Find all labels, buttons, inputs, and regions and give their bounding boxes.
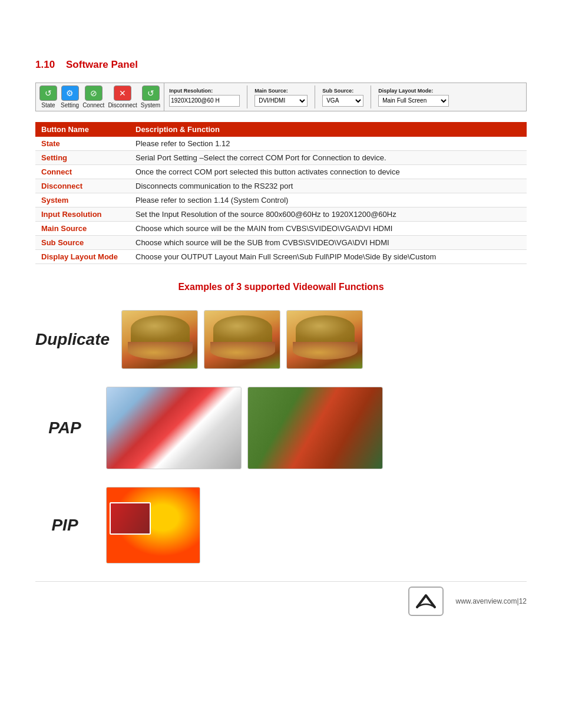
row-desc: Once the correct COM port selected this …	[130, 165, 527, 179]
row-desc: Choose which source will be the SUB from…	[130, 236, 527, 250]
disconnect-icon: ✕	[114, 85, 131, 101]
row-desc: Choose your OUTPUT Layout Main Full Scre…	[130, 250, 527, 264]
row-name: Main Source	[35, 222, 130, 236]
duplicate-image-1	[121, 310, 198, 369]
state-button[interactable]: ↺ State	[39, 85, 57, 108]
duplicate-images	[121, 310, 363, 369]
row-desc: Disconnects communication to the RS232 p…	[130, 179, 527, 193]
row-desc: Serial Port Setting –Select the correct …	[130, 151, 527, 165]
row-desc: Please refer to Section 1.12	[130, 137, 527, 151]
pip-image	[106, 487, 200, 564]
system-label: System	[141, 102, 160, 108]
section-title: Software Panel	[66, 59, 138, 70]
row-name: Disconnect	[35, 179, 130, 193]
toolbar-fields: Input Resolution: Main Source: DVI/HDMI …	[164, 83, 454, 111]
info-table: Button Name Description & Function State…	[35, 122, 527, 264]
state-label: State	[41, 102, 55, 108]
sub-source-select[interactable]: VGA CVBS SVIDEO DVI/HDMI	[322, 95, 363, 107]
section-number: 1.10	[35, 59, 55, 70]
duplicate-image-2	[204, 310, 280, 369]
display-layout-select[interactable]: Main Full Screen Sub Full PIP Mode Side …	[378, 95, 449, 107]
col1-header: Button Name	[35, 122, 130, 137]
row-desc: Set the Input Resolution of the source 8…	[130, 207, 527, 222]
system-icon: ↺	[142, 85, 160, 101]
connect-label: Connect	[82, 102, 104, 108]
connect-icon: ⊘	[85, 85, 103, 101]
row-name: State	[35, 137, 130, 151]
display-layout-label: Display Layout Mode:	[378, 88, 449, 94]
duplicate-example: Duplicate	[35, 310, 527, 369]
duplicate-image-3	[286, 310, 363, 369]
input-resolution-input[interactable]	[169, 95, 240, 107]
table-row: Main Source Choose which source will be …	[35, 222, 527, 236]
footer-text: www.avenview.com|12	[455, 597, 527, 605]
main-source-label: Main Source:	[254, 88, 308, 94]
setting-icon: ⚙	[61, 85, 79, 101]
row-name: Connect	[35, 165, 130, 179]
col2-header: Description & Function	[130, 122, 527, 137]
pip-example: PIP	[35, 487, 527, 564]
pap-images	[106, 387, 383, 469]
pap-label: PAP	[35, 419, 94, 437]
setting-label: Setting	[61, 102, 79, 108]
row-name: Input Resolution	[35, 207, 130, 222]
row-name: Setting	[35, 151, 130, 165]
duplicate-label: Duplicate	[35, 330, 110, 349]
footer: www.avenview.com|12	[35, 581, 527, 616]
table-row: System Please refer to section 1.14 (Sys…	[35, 193, 527, 207]
row-desc: Please refer to section 1.14 (System Con…	[130, 193, 527, 207]
row-name: Sub Source	[35, 236, 130, 250]
main-source-select[interactable]: DVI/HDMI CVBS SVIDEO VGA	[254, 95, 308, 107]
row-name: System	[35, 193, 130, 207]
toolbar-buttons-group: ↺ State ⚙ Setting ⊘ Connect ✕ Disconnect…	[36, 83, 164, 111]
main-source-field: Main Source: DVI/HDMI CVBS SVIDEO VGA	[254, 88, 308, 107]
table-row: Connect Once the correct COM port select…	[35, 165, 527, 179]
pap-image-ski	[106, 387, 242, 469]
state-icon: ↺	[39, 85, 57, 101]
avenview-logo-icon	[414, 592, 438, 610]
footer-website: www.avenview.com	[455, 597, 517, 605]
system-button[interactable]: ↺ System	[141, 85, 160, 108]
footer-page: 12	[519, 597, 527, 605]
sub-source-field: Sub Source: VGA CVBS SVIDEO DVI/HDMI	[322, 88, 363, 107]
table-row: Display Layout Mode Choose your OUTPUT L…	[35, 250, 527, 264]
pap-image-football	[247, 387, 383, 469]
row-desc: Choose which source will be the MAIN fro…	[130, 222, 527, 236]
input-resolution-label: Input Resolution:	[169, 88, 240, 94]
pap-example: PAP	[35, 387, 527, 469]
disconnect-label: Disconnect	[108, 102, 137, 108]
toolbar-panel: ↺ State ⚙ Setting ⊘ Connect ✕ Disconnect…	[35, 83, 527, 111]
input-resolution-field: Input Resolution:	[169, 88, 240, 107]
section-heading: 1.10 Software Panel	[35, 59, 527, 71]
table-row: State Please refer to Section 1.12	[35, 137, 527, 151]
pip-label: PIP	[35, 516, 94, 535]
table-row: Input Resolution Set the Input Resolutio…	[35, 207, 527, 222]
examples-heading: Examples of 3 supported Videowall Functi…	[35, 282, 527, 292]
sub-source-label: Sub Source:	[322, 88, 363, 94]
table-row: Disconnect Disconnects communication to …	[35, 179, 527, 193]
connect-button[interactable]: ⊘ Connect	[82, 85, 104, 108]
table-row: Setting Serial Port Setting –Select the …	[35, 151, 527, 165]
row-name: Display Layout Mode	[35, 250, 130, 264]
disconnect-button[interactable]: ✕ Disconnect	[108, 85, 137, 108]
setting-button[interactable]: ⚙ Setting	[61, 85, 79, 108]
table-row: Sub Source Choose which source will be t…	[35, 236, 527, 250]
footer-logo	[408, 587, 444, 616]
pip-images	[106, 487, 200, 564]
display-layout-field: Display Layout Mode: Main Full Screen Su…	[378, 88, 449, 107]
